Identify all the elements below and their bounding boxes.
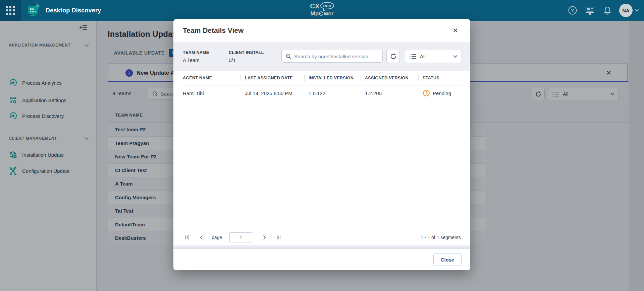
cxone-mpower-logo: CX one Mp wer [0, 2, 644, 16]
mpower-text-left: Mp [311, 11, 319, 16]
last-page-icon[interactable] [274, 233, 283, 242]
column-header-assigned-version: ASSIGNED VERSION [361, 76, 418, 80]
mpower-text-right: wer [324, 11, 333, 16]
next-page-icon[interactable] [260, 233, 269, 242]
client-install-value: 0/1 [229, 57, 275, 63]
modal-refresh-button[interactable] [386, 50, 400, 63]
modal-close-icon[interactable]: ✕ [450, 25, 461, 36]
agent-search-field[interactable] [294, 54, 378, 59]
installed-version-cell: 1.0.122 [304, 90, 361, 96]
presentation-icon[interactable] [584, 5, 596, 16]
one-bubble: one [320, 2, 334, 9]
chevron-down-icon [453, 55, 458, 58]
robot-o-icon [319, 11, 323, 16]
notifications-bell-icon[interactable] [602, 5, 613, 16]
column-header-last-assigned-date: LAST ASSIGNED DATE [240, 76, 304, 80]
previous-page-icon[interactable] [197, 233, 206, 242]
top-bar-actions: ? [567, 0, 639, 21]
modal-title: Team Details View [183, 26, 450, 34]
client-install-label: CLIENT INSTALL [229, 50, 275, 55]
team-name-summary: TEAM NAME A Team [183, 50, 229, 63]
modal-header: Team Details View ✕ [173, 19, 470, 42]
filter-selected-value: All [420, 54, 450, 59]
list-filter-icon [409, 54, 417, 60]
pagination-bar: page 1 - 1 of 1 segments [183, 229, 461, 245]
assigned-version-cell: 1.2.205 [361, 90, 418, 96]
modal-footer-divider [173, 245, 470, 249]
agent-search-input[interactable] [281, 50, 383, 63]
pending-clock-icon [423, 89, 430, 97]
team-details-modal: Team Details View ✕ TEAM NAME A Team CLI… [173, 19, 470, 270]
pagination-summary: 1 - 1 of 1 segments [421, 235, 461, 240]
team-name-label: TEAM NAME [183, 50, 229, 55]
page-number-input[interactable] [229, 232, 252, 242]
modal-footer: Close [173, 249, 470, 270]
avatar[interactable]: NA [619, 4, 633, 17]
status-cell: Pending [418, 89, 461, 97]
column-header-installed-version: INSTALLED VERSION [304, 76, 361, 80]
agents-table-header-row: AGENT NAME LAST ASSIGNED DATE INSTALLED … [183, 71, 461, 85]
chevron-down-icon [635, 9, 639, 12]
app-window: Desktop Discovery CX one Mp wer ? [0, 0, 644, 291]
client-install-summary: CLIENT INSTALL 0/1 [229, 50, 275, 63]
agent-table-row[interactable]: Rami Tibi Jul 14, 2025 8:50 PM 1.0.122 1… [183, 85, 461, 101]
status-text: Pending [433, 90, 451, 96]
column-header-agent-name: AGENT NAME [183, 76, 240, 80]
first-page-icon[interactable] [183, 233, 192, 242]
agents-table: AGENT NAME LAST ASSIGNED DATE INSTALLED … [173, 71, 470, 245]
search-icon [286, 54, 291, 59]
column-header-status: STATUS [418, 76, 461, 80]
page-label: page [212, 235, 222, 240]
top-bar: Desktop Discovery CX one Mp wer ? [0, 0, 644, 21]
last-assigned-date-cell: Jul 14, 2025 8:50 PM [240, 90, 304, 96]
cx-logo-text: CX [310, 2, 319, 9]
close-button[interactable]: Close [433, 253, 462, 266]
refresh-icon [390, 53, 397, 60]
help-icon[interactable]: ? [567, 5, 578, 16]
agent-name-cell: Rami Tibi [183, 90, 240, 96]
team-name-value: A Team [183, 57, 229, 63]
svg-text:?: ? [571, 8, 574, 13]
status-filter-dropdown[interactable]: All [405, 50, 462, 63]
user-menu[interactable]: NA [619, 4, 639, 17]
modal-filter-bar: TEAM NAME A Team CLIENT INSTALL 0/1 All [173, 42, 470, 71]
